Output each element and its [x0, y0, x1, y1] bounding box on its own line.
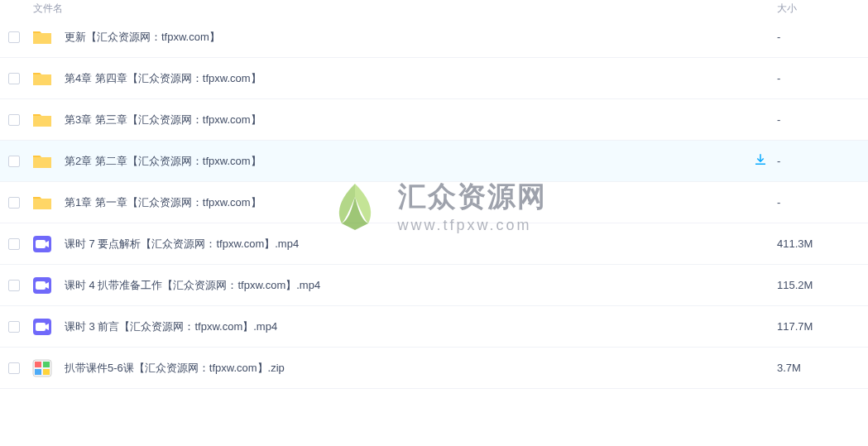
file-row[interactable]: 第4章 第四章【汇众资源网：tfpxw.com】 -: [0, 58, 868, 99]
zip-icon: [31, 357, 53, 379]
svg-rect-1: [36, 240, 46, 248]
file-size: -: [777, 31, 860, 43]
file-row[interactable]: 课时 3 前言【汇众资源网：tfpxw.com】.mp4 117.7M: [0, 306, 868, 348]
file-size: 3.7M: [777, 362, 860, 374]
header-size-col[interactable]: 大小: [777, 2, 860, 16]
row-checkbox[interactable]: [8, 362, 20, 374]
video-icon: [31, 233, 53, 255]
file-name[interactable]: 更新【汇众资源网：tfpxw.com】: [65, 30, 744, 45]
file-name[interactable]: 课时 3 前言【汇众资源网：tfpxw.com】.mp4: [65, 319, 744, 334]
file-name[interactable]: 扒带课件5-6课【汇众资源网：tfpxw.com】.zip: [65, 361, 744, 376]
file-size: 115.2M: [777, 279, 860, 291]
svg-rect-5: [36, 323, 46, 331]
file-row[interactable]: 第3章 第三章【汇众资源网：tfpxw.com】 -: [0, 99, 868, 141]
file-list: 更新【汇众资源网：tfpxw.com】 - 第4章 第四章【汇众资源网：tfpx…: [0, 17, 868, 389]
row-checkbox[interactable]: [8, 321, 20, 333]
file-size: -: [777, 113, 860, 126]
row-checkbox[interactable]: [8, 114, 20, 126]
file-size: 411.3M: [777, 237, 860, 250]
file-row[interactable]: 更新【汇众资源网：tfpxw.com】 -: [0, 17, 868, 58]
folder-icon: [31, 151, 53, 172]
download-icon[interactable]: [753, 152, 768, 170]
file-name[interactable]: 课时 7 要点解析【汇众资源网：tfpxw.com】.mp4: [65, 237, 744, 252]
file-size: -: [777, 155, 860, 167]
file-row[interactable]: 课时 7 要点解析【汇众资源网：tfpxw.com】.mp4 411.3M: [0, 223, 868, 265]
file-name[interactable]: 第4章 第四章【汇众资源网：tfpxw.com】: [65, 71, 744, 86]
folder-icon: [31, 109, 53, 131]
file-list-header: 文件名 大小: [0, 0, 868, 17]
file-name[interactable]: 第1章 第一章【汇众资源网：tfpxw.com】: [65, 195, 744, 210]
row-checkbox[interactable]: [8, 31, 20, 43]
file-size: -: [777, 72, 860, 84]
file-row[interactable]: 扒带课件5-6课【汇众资源网：tfpxw.com】.zip 3.7M: [0, 348, 868, 389]
file-row[interactable]: 第1章 第一章【汇众资源网：tfpxw.com】 -: [0, 182, 868, 223]
file-name[interactable]: 课时 4 扒带准备工作【汇众资源网：tfpxw.com】.mp4: [65, 278, 744, 293]
svg-rect-3: [36, 281, 46, 290]
row-checkbox[interactable]: [8, 156, 20, 167]
row-checkbox[interactable]: [8, 238, 20, 250]
file-size: -: [777, 196, 860, 209]
row-checkbox[interactable]: [8, 197, 20, 209]
folder-icon: [31, 26, 53, 48]
row-actions: [744, 152, 777, 170]
file-row[interactable]: 第2章 第二章【汇众资源网：tfpxw.com】 -: [0, 141, 868, 182]
svg-rect-8: [43, 362, 50, 367]
row-checkbox[interactable]: [8, 280, 20, 291]
file-name[interactable]: 第3章 第三章【汇众资源网：tfpxw.com】: [65, 113, 744, 127]
file-name[interactable]: 第2章 第二章【汇众资源网：tfpxw.com】: [65, 154, 744, 169]
folder-icon: [31, 192, 53, 213]
file-size: 117.7M: [777, 320, 860, 333]
folder-icon: [31, 68, 53, 89]
header-name-col[interactable]: 文件名: [8, 2, 777, 16]
video-icon: [31, 316, 53, 338]
svg-rect-7: [35, 362, 41, 367]
svg-rect-10: [43, 369, 50, 375]
video-icon: [31, 275, 53, 296]
file-row[interactable]: 课时 4 扒带准备工作【汇众资源网：tfpxw.com】.mp4 115.2M: [0, 265, 868, 306]
svg-rect-9: [35, 369, 41, 375]
row-checkbox[interactable]: [8, 73, 20, 84]
